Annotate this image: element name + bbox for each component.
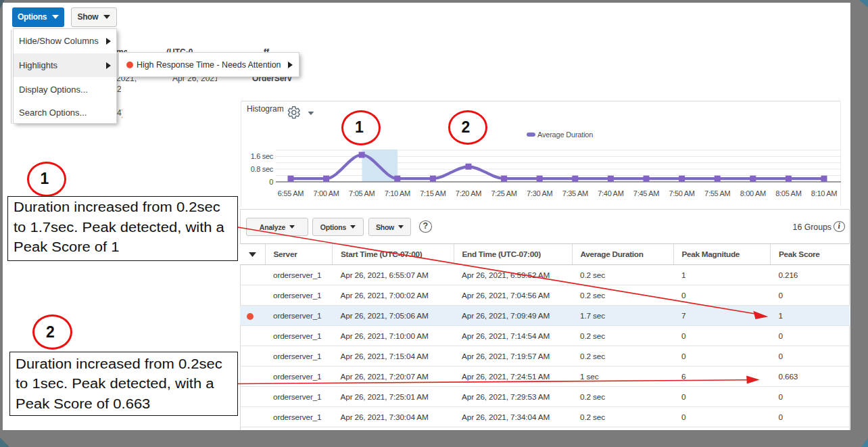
svg-text:7:10 AM: 7:10 AM xyxy=(385,189,410,197)
svg-text:7:15 AM: 7:15 AM xyxy=(420,189,445,197)
svg-text:Average Duration: Average Duration xyxy=(537,131,593,139)
svg-text:0.8 sec: 0.8 sec xyxy=(251,165,274,173)
svg-text:7:20 AM: 7:20 AM xyxy=(456,189,481,197)
svg-text:7:05 AM: 7:05 AM xyxy=(349,189,375,197)
svg-text:6:55 AM: 6:55 AM xyxy=(278,189,304,197)
svg-text:0: 0 xyxy=(269,178,273,186)
svg-text:7:30 AM: 7:30 AM xyxy=(527,189,552,197)
svg-text:8:05 AM: 8:05 AM xyxy=(775,189,801,197)
svg-text:1.6 sec: 1.6 sec xyxy=(251,152,274,160)
svg-text:7:25 AM: 7:25 AM xyxy=(491,189,516,197)
svg-text:7:50 AM: 7:50 AM xyxy=(669,189,694,197)
svg-text:7:45 AM: 7:45 AM xyxy=(633,189,659,197)
svg-text:7:55 AM: 7:55 AM xyxy=(704,189,730,197)
svg-text:7:35 AM: 7:35 AM xyxy=(562,189,588,197)
svg-text:7:00 AM: 7:00 AM xyxy=(313,189,339,197)
svg-text:8:10 AM: 8:10 AM xyxy=(811,189,837,197)
svg-text:8:00 AM: 8:00 AM xyxy=(740,189,766,197)
svg-text:7:40 AM: 7:40 AM xyxy=(598,189,623,197)
